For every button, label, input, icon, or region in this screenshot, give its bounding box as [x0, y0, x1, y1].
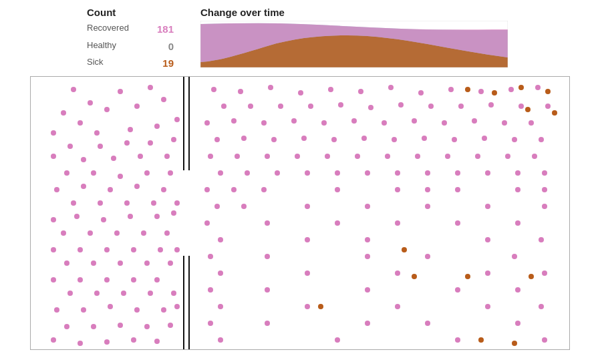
- dot-recovered: [134, 307, 140, 313]
- dot-recovered: [485, 304, 490, 309]
- dot-recovered: [61, 110, 66, 116]
- barrier-top: [183, 77, 190, 170]
- dot-recovered: [542, 204, 547, 209]
- dot-recovered: [335, 187, 340, 192]
- dot-recovered: [458, 104, 464, 109]
- dot-recovered: [542, 337, 547, 343]
- count-title: Count: [87, 7, 174, 18]
- dot-recovered: [291, 118, 297, 124]
- dot-recovered: [108, 304, 113, 309]
- dot-recovered: [51, 247, 56, 252]
- dot-recovered: [365, 170, 370, 176]
- dot-recovered: [505, 154, 510, 159]
- dot-recovered: [515, 287, 520, 293]
- dot-recovered: [168, 170, 173, 176]
- dot-recovered: [111, 156, 116, 161]
- dot-recovered: [174, 117, 180, 122]
- dot-sick: [525, 107, 531, 112]
- dot-recovered: [412, 118, 417, 124]
- dot-recovered: [545, 104, 551, 109]
- sick-label: Sick: [87, 55, 104, 72]
- dot-recovered: [529, 120, 534, 126]
- barrier-bottom: [183, 256, 190, 349]
- dot-recovered: [365, 321, 370, 326]
- dot-recovered: [365, 254, 370, 259]
- dot-recovered: [338, 102, 343, 108]
- dot-recovered: [382, 120, 387, 126]
- dot-recovered: [241, 204, 247, 209]
- dot-recovered: [305, 170, 310, 176]
- dot-recovered: [71, 87, 76, 92]
- dot-recovered: [51, 277, 56, 283]
- dot-recovered: [361, 136, 367, 141]
- dot-recovered: [118, 89, 123, 94]
- dot-sick: [518, 85, 524, 90]
- dot-recovered: [425, 321, 430, 326]
- dot-recovered: [164, 154, 170, 159]
- dot-recovered: [91, 170, 96, 176]
- dot-recovered: [148, 140, 153, 146]
- sick-value: 19: [162, 55, 174, 72]
- dot-recovered: [515, 187, 520, 192]
- dot-recovered: [482, 136, 487, 141]
- dot-recovered: [271, 137, 277, 142]
- dot-recovered: [171, 291, 176, 296]
- dot-recovered: [81, 184, 86, 189]
- dot-recovered: [141, 230, 146, 236]
- dot-recovered: [108, 187, 113, 192]
- dot-recovered: [208, 154, 213, 159]
- dot-recovered: [51, 217, 56, 222]
- dot-recovered: [308, 104, 313, 109]
- dot-recovered: [81, 157, 86, 162]
- dot-recovered: [88, 100, 93, 106]
- dot-sick: [412, 274, 417, 279]
- dot-recovered: [502, 120, 507, 126]
- dot-recovered: [305, 304, 310, 309]
- dot-sick: [402, 247, 407, 252]
- dot-sick: [552, 110, 557, 116]
- dot-recovered: [535, 85, 541, 90]
- dot-recovered: [118, 260, 123, 266]
- dot-recovered: [328, 87, 333, 92]
- dot-recovered: [248, 104, 253, 109]
- dot-recovered: [51, 154, 56, 159]
- dot-recovered: [515, 170, 520, 176]
- dot-recovered: [452, 137, 457, 142]
- dot-recovered: [512, 254, 517, 259]
- dot-recovered: [104, 107, 110, 112]
- dot-recovered: [71, 200, 76, 206]
- dot-sick: [465, 274, 470, 279]
- dot-recovered: [94, 291, 100, 296]
- dot-recovered: [171, 210, 176, 216]
- dot-recovered: [144, 170, 150, 176]
- dot-recovered: [88, 230, 93, 236]
- dot-recovered: [235, 154, 240, 159]
- dot-recovered: [425, 170, 430, 176]
- dot-recovered: [448, 87, 454, 92]
- dot-recovered: [539, 304, 544, 309]
- dot-recovered: [144, 260, 150, 266]
- recovered-row: Recovered 181: [87, 21, 174, 38]
- dot-recovered: [101, 217, 106, 222]
- dot-recovered: [265, 220, 270, 226]
- dot-recovered: [158, 247, 163, 252]
- chart-title: Change over time: [200, 7, 508, 18]
- dot-recovered: [64, 170, 69, 176]
- healthy-row: Healthy 0: [87, 38, 174, 55]
- dot-recovered: [485, 204, 490, 209]
- dot-recovered: [455, 337, 460, 343]
- dot-recovered: [118, 174, 123, 179]
- dot-recovered: [104, 277, 110, 283]
- dot-recovered: [265, 154, 270, 159]
- dot-recovered: [168, 323, 173, 328]
- dot-recovered: [365, 237, 370, 242]
- dot-recovered: [54, 307, 59, 313]
- simulation-area: [30, 76, 570, 350]
- dot-recovered: [208, 254, 213, 259]
- recovered-value: 181: [157, 21, 174, 38]
- dot-recovered: [64, 260, 69, 266]
- dot-recovered: [131, 247, 136, 252]
- dot-recovered: [532, 154, 537, 159]
- dot-recovered: [275, 170, 280, 176]
- dot-recovered: [128, 214, 133, 219]
